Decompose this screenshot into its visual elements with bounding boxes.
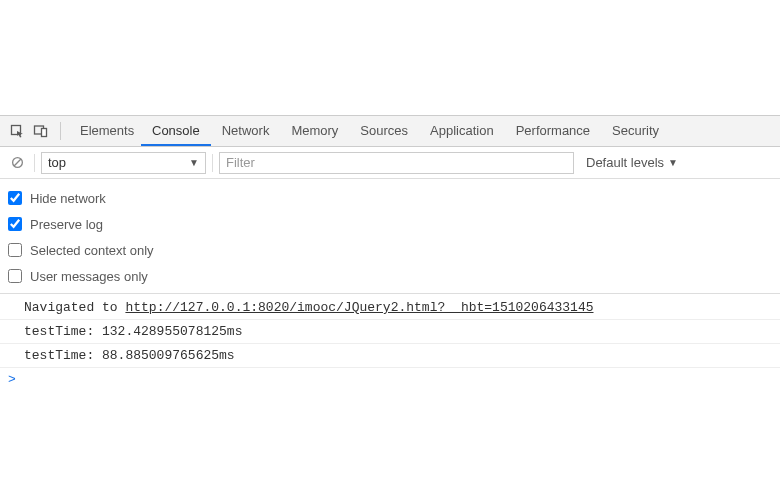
separator	[212, 154, 213, 172]
option-hide-network[interactable]: Hide network	[8, 185, 772, 211]
console-output: Navigated to http://127.0.0.1:8020/imooc…	[0, 294, 780, 393]
checkbox[interactable]	[8, 217, 22, 231]
prompt-char: >	[8, 372, 16, 387]
option-label: Preserve log	[30, 217, 103, 232]
tab-sources[interactable]: Sources	[349, 116, 419, 146]
levels-label: Default levels	[586, 155, 664, 170]
tab-label: Network	[222, 123, 270, 138]
tab-memory[interactable]: Memory	[280, 116, 349, 146]
nav-log-line: Navigated to http://127.0.0.1:8020/imooc…	[0, 296, 780, 320]
blank-area	[0, 0, 780, 115]
checkbox[interactable]	[8, 269, 22, 283]
tab-network[interactable]: Network	[211, 116, 281, 146]
chevron-down-icon: ▼	[668, 157, 678, 168]
context-selected-value: top	[48, 155, 66, 170]
context-select[interactable]: top ▼	[41, 152, 206, 174]
tab-performance[interactable]: Performance	[505, 116, 601, 146]
device-icon[interactable]	[30, 120, 52, 142]
devtools-tabstrip: Elements Console Network Memory Sources …	[0, 115, 780, 147]
tab-label: Memory	[291, 123, 338, 138]
option-label: Hide network	[30, 191, 106, 206]
option-user-messages-only[interactable]: User messages only	[8, 263, 772, 289]
log-line: testTime: 88.885009765625ms	[0, 344, 780, 368]
option-label: Selected context only	[30, 243, 154, 258]
nav-url[interactable]: http://127.0.0.1:8020/imooc/JQuery2.html…	[125, 300, 593, 315]
nav-prefix: Navigated to	[24, 300, 125, 315]
tab-label: Application	[430, 123, 494, 138]
tab-label: Sources	[360, 123, 408, 138]
clear-icon[interactable]	[6, 152, 28, 174]
log-levels-select[interactable]: Default levels ▼	[580, 155, 684, 170]
tab-console[interactable]: Console	[141, 116, 211, 146]
checkbox[interactable]	[8, 243, 22, 257]
console-prompt[interactable]: >	[0, 368, 780, 391]
inspect-icon[interactable]	[6, 120, 28, 142]
tab-security[interactable]: Security	[601, 116, 670, 146]
tab-label: Security	[612, 123, 659, 138]
tab-label: Console	[152, 123, 200, 138]
tabs: Elements Console Network Memory Sources …	[69, 116, 670, 146]
svg-rect-2	[42, 129, 47, 137]
option-label: User messages only	[30, 269, 148, 284]
console-settings: Hide network Preserve log Selected conte…	[0, 179, 780, 294]
log-line: testTime: 132.428955078125ms	[0, 320, 780, 344]
chevron-down-icon: ▼	[189, 157, 199, 168]
tab-elements[interactable]: Elements	[69, 116, 141, 146]
option-selected-context-only[interactable]: Selected context only	[8, 237, 772, 263]
console-toolbar: top ▼ Default levels ▼	[0, 147, 780, 179]
filter-input[interactable]	[219, 152, 574, 174]
option-preserve-log[interactable]: Preserve log	[8, 211, 772, 237]
tab-application[interactable]: Application	[419, 116, 505, 146]
svg-line-4	[14, 159, 21, 166]
separator	[34, 154, 35, 172]
tab-label: Performance	[516, 123, 590, 138]
checkbox[interactable]	[8, 191, 22, 205]
separator	[60, 122, 61, 140]
tab-label: Elements	[80, 123, 134, 138]
